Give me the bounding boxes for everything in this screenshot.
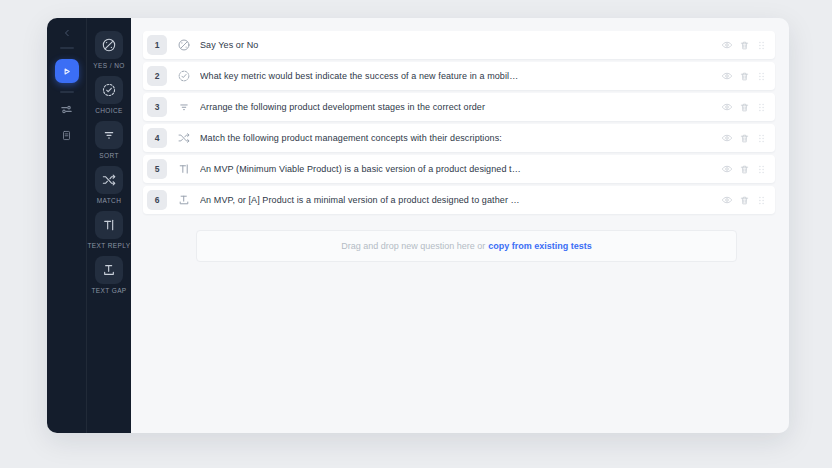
question-row[interactable]: 5 An MVP (Minimum Viable Product) is a b…: [143, 155, 775, 183]
preview-question-button[interactable]: [721, 163, 733, 175]
text-gap-icon: [101, 262, 117, 278]
question-text: What key metric would best indicate the …: [200, 71, 721, 81]
preview-question-button[interactable]: [721, 39, 733, 51]
question-row[interactable]: 6 An MVP, or [A] Product is a minimal ve…: [143, 186, 775, 214]
drag-handle[interactable]: [756, 164, 767, 175]
drag-handle-icon: [756, 195, 767, 206]
question-row-actions: [721, 194, 767, 206]
question-number-badge: 6: [147, 190, 167, 210]
sliders-icon: [59, 102, 74, 117]
question-row[interactable]: 1 Say Yes or No: [143, 31, 775, 59]
question-row[interactable]: 4 Match the following product management…: [143, 124, 775, 152]
question-dropzone[interactable]: Drag and drop new question here or copy …: [196, 230, 737, 262]
match-icon: [177, 131, 191, 145]
choice-icon: [101, 82, 117, 98]
eye-icon: [721, 194, 733, 206]
drag-handle-icon: [756, 71, 767, 82]
delete-question-button[interactable]: [739, 133, 750, 144]
question-type-choice[interactable]: [95, 76, 123, 104]
drag-handle-icon: [756, 133, 767, 144]
drag-handle[interactable]: [756, 40, 767, 51]
delete-question-button[interactable]: [739, 195, 750, 206]
preview-question-button[interactable]: [721, 70, 733, 82]
copy-from-existing-tests-link[interactable]: copy from existing tests: [488, 241, 592, 251]
yes-no-icon: [101, 37, 117, 53]
question-type-text-gap[interactable]: [95, 256, 123, 284]
question-row[interactable]: 2 What key metric would best indicate th…: [143, 62, 775, 90]
question-type-match[interactable]: [95, 166, 123, 194]
rail-divider: [60, 47, 74, 49]
question-type-yes-no[interactable]: [95, 31, 123, 59]
question-type-sort[interactable]: [95, 121, 123, 149]
drag-handle-icon: [756, 102, 767, 113]
trash-icon: [739, 40, 750, 51]
preview-question-button[interactable]: [721, 132, 733, 144]
question-text: Arrange the following product developmen…: [200, 102, 721, 112]
question-row-actions: [721, 132, 767, 144]
drag-handle[interactable]: [756, 133, 767, 144]
preview-question-button[interactable]: [721, 101, 733, 113]
eye-icon: [721, 70, 733, 82]
drag-handle[interactable]: [756, 102, 767, 113]
quiz-builder-app: YES / NO CHOICE SORT MATCH TEXT REPLY: [47, 18, 789, 433]
question-type-label: TEXT GAP: [91, 287, 126, 295]
question-type-palette: YES / NO CHOICE SORT MATCH TEXT REPLY: [86, 18, 131, 433]
rail-divider: [60, 91, 74, 93]
eye-icon: [721, 163, 733, 175]
delete-question-button[interactable]: [739, 102, 750, 113]
drag-handle[interactable]: [756, 195, 767, 206]
question-row-actions: [721, 163, 767, 175]
eye-icon: [721, 39, 733, 51]
trash-icon: [739, 195, 750, 206]
question-text: Match the following product management c…: [200, 133, 721, 143]
drag-handle[interactable]: [756, 71, 767, 82]
document-tool-button[interactable]: [60, 129, 73, 142]
question-type-label: MATCH: [97, 197, 122, 205]
sort-icon: [177, 100, 191, 114]
play-icon: [59, 64, 74, 79]
question-text: An MVP (Minimum Viable Product) is a bas…: [200, 164, 721, 174]
question-number-badge: 3: [147, 97, 167, 117]
settings-tool-button[interactable]: [59, 102, 74, 117]
question-list: 1 Say Yes or No 2 What key metric would …: [143, 31, 775, 214]
delete-question-button[interactable]: [739, 71, 750, 82]
collapse-sidebar-button[interactable]: [61, 27, 73, 39]
text-reply-icon: [101, 217, 117, 233]
trash-icon: [739, 164, 750, 175]
question-number-badge: 2: [147, 66, 167, 86]
questions-tool-button-active[interactable]: [55, 59, 79, 83]
question-type-text-reply[interactable]: [95, 211, 123, 239]
delete-question-button[interactable]: [739, 164, 750, 175]
delete-question-button[interactable]: [739, 40, 750, 51]
text-gap-icon: [177, 193, 191, 207]
text-reply-icon: [177, 162, 191, 176]
question-number-badge: 4: [147, 128, 167, 148]
question-type-label: SORT: [99, 152, 119, 160]
yes-no-icon: [177, 38, 191, 52]
question-row-actions: [721, 70, 767, 82]
dropzone-text: Drag and drop new question here or: [341, 241, 485, 251]
nav-rail: [47, 18, 86, 433]
eye-icon: [721, 132, 733, 144]
question-type-label: YES / NO: [93, 62, 124, 70]
question-list-panel: 1 Say Yes or No 2 What key metric would …: [131, 18, 789, 433]
sort-icon: [101, 127, 117, 143]
question-type-label: CHOICE: [95, 107, 123, 115]
match-icon: [101, 172, 117, 188]
preview-question-button[interactable]: [721, 194, 733, 206]
trash-icon: [739, 71, 750, 82]
drag-handle-icon: [756, 164, 767, 175]
question-row-actions: [721, 39, 767, 51]
question-text: An MVP, or [A] Product is a minimal vers…: [200, 195, 721, 205]
question-row[interactable]: 3 Arrange the following product developm…: [143, 93, 775, 121]
choice-icon: [177, 69, 191, 83]
question-number-badge: 1: [147, 35, 167, 55]
question-type-label: TEXT REPLY: [87, 242, 130, 250]
chevron-left-icon: [61, 27, 73, 39]
trash-icon: [739, 102, 750, 113]
question-number-badge: 5: [147, 159, 167, 179]
trash-icon: [739, 133, 750, 144]
question-text: Say Yes or No: [200, 40, 721, 50]
question-row-actions: [721, 101, 767, 113]
eye-icon: [721, 101, 733, 113]
